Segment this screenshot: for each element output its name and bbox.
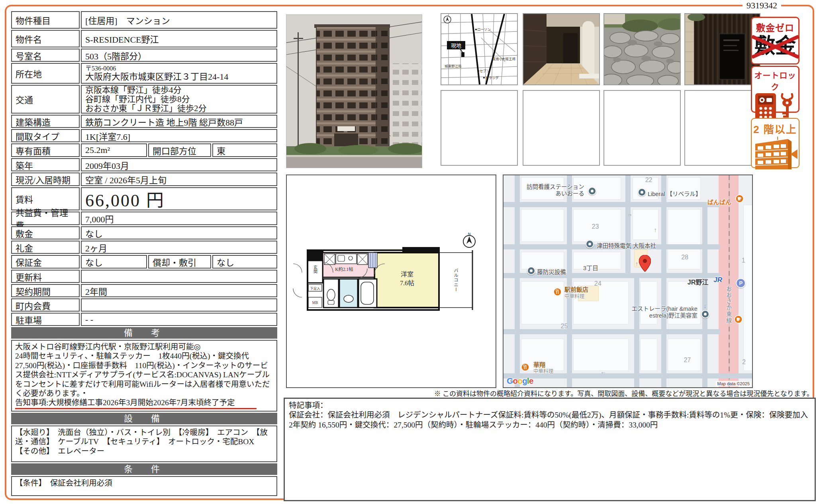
empty-photo-frame — [684, 90, 760, 166]
empty-photo-frame — [441, 90, 518, 166]
row-value: 〒536-0006 大阪府大阪市城東区野江３丁目24-14 — [81, 63, 277, 84]
row-value: 京阪本線「野江」徒歩4分 谷町線「野江内代」徒歩8分 おおさか東「ＪＲ野江」徒歩… — [81, 85, 277, 114]
address-text: 大阪府大阪市城東区野江３丁目24-14 — [85, 72, 228, 82]
restaurant-genre: 中華料理 — [564, 294, 584, 299]
upper-floor-building-icon — [753, 136, 797, 169]
balcony-label: バルコニー — [453, 268, 458, 292]
building-photo-graphic — [286, 15, 422, 168]
block-number: 27 — [684, 357, 691, 364]
poi-label-kasho: 華翔 中華料理 — [533, 362, 553, 374]
row-label: 所在地 — [11, 63, 80, 84]
table-row: 礼金2ヶ月 — [11, 241, 277, 254]
row-value: 鉄筋コンクリート造 地上9階 総戸数88戸 — [81, 115, 277, 128]
row-label: 物件種目 — [11, 11, 80, 29]
badge-upper-floor: 2 階以上 — [751, 118, 799, 168]
remarks-notice: 告知事項:大規模修繕工事2026年3月開始2026年7月末頃終了予定 — [15, 398, 257, 409]
conditions-text: 【条件】 保証会社利用必須 — [11, 476, 277, 496]
table-row: 敷金なし — [11, 226, 277, 239]
sketch-label-post: 城東野江局 — [445, 64, 462, 68]
table-row: 物件種目[住居用] マンション — [11, 11, 277, 29]
row-label: 専有面積 — [11, 143, 80, 157]
jr-logo: JR — [713, 276, 722, 284]
conditions-header: 条 件 — [11, 463, 277, 475]
table-row: 町内会費 — [11, 298, 277, 312]
poi-kango-line2: あいおーる — [555, 190, 584, 197]
table-row: 建築構造鉄筋コンクリート造 地上9階 総戸数88戸 — [11, 115, 277, 128]
row-label: 号室名 — [11, 49, 80, 62]
poi-label-estrela: エストレーラ(hair &make estrela)野江美容室 — [573, 306, 698, 319]
entrance-photo-graphic — [523, 14, 599, 84]
row-value: 1K[洋室7.6] — [81, 129, 277, 142]
row-label: 共益費・管理費 — [11, 212, 80, 225]
row-value: 2年間 — [81, 284, 277, 297]
remarks-line1: 大阪メトロ谷町線野江内代駅・京阪野江駅利用可能◎ — [15, 342, 273, 351]
poi-pin — [586, 240, 594, 248]
property-listing-sheet: 9319342 物件種目[住居用] マンション 物件名S-RESIDENCE野江… — [0, 0, 819, 504]
row-label: 駐車場 — [11, 313, 80, 326]
station-label-jr-noe: JR野江 — [688, 277, 708, 286]
empty-photo-frame — [603, 90, 681, 166]
sketch-map-graphic: 現地 ローソン 成育小 大阪王将 セブン ドラッグ 城東野江局 — [441, 14, 517, 84]
restaurant-name: 華翔 — [533, 361, 545, 368]
room-label: 洋室 — [401, 271, 413, 278]
notes-body: 保証会社：保証会社利用必須 レジデンシャルパートナーズ保証料:賃料等の50%(最… — [289, 410, 811, 430]
row-value: 7,000円 — [81, 212, 277, 225]
table-row: 駐車場- - — [11, 313, 277, 326]
row-label: 町内会費 — [11, 298, 80, 312]
row-label: 間取タイプ — [11, 129, 80, 142]
row-value: なし — [81, 226, 277, 239]
poi-label-tsuda: 津田特殊電気 大阪本社 — [597, 241, 656, 249]
salon-name-line2: estrela)野江美容室 — [649, 312, 698, 319]
poi-label-ekimae: 駅前飯店 中華料理 — [564, 286, 588, 299]
special-notes-box: 特記事項： 保証会社：保証会社利用必須 レジデンシャルパートナーズ保証料:賃料等… — [284, 398, 816, 501]
dark-facade-photo-thumb — [684, 13, 760, 85]
poi-pin — [527, 267, 535, 275]
notes-title: 特記事項： — [289, 401, 811, 410]
row-label: 契約期間 — [11, 284, 80, 297]
row-label: 交通 — [11, 85, 80, 114]
property-table: 物件種目[住居用] マンション 物件名S-RESIDENCE野江 号室名503（… — [11, 11, 277, 496]
remarks-header: 備 考 — [11, 327, 277, 339]
sketch-label-drug: ドラッグ — [485, 76, 499, 80]
sketch-label-school: 成育小 — [492, 57, 503, 61]
remarks-text: 大阪メトロ谷町線野江内代駅・京阪野江駅利用可能◎ 24時間セキュリティ、・駐輪ス… — [11, 340, 277, 412]
poi-label-liberal: Liberal 【リベラル】 — [648, 189, 701, 198]
row-label: 現況/入居時期 — [11, 173, 80, 186]
mb-label: MB — [312, 301, 318, 305]
block-number: 28 — [681, 254, 688, 261]
district-label-chome: 3丁目 — [583, 263, 598, 272]
table-row: 所在地 〒536-0006 大阪府大阪市城東区野江３丁目24-14 — [11, 63, 277, 84]
equipment-text: 【水廻り】 洗面台（独立）・バス・トイレ別 【冷暖房】 エアコン 【放送・通信】… — [11, 426, 277, 462]
block-number: 2 — [742, 359, 746, 366]
table-row: 更新料 — [11, 270, 277, 283]
kitchen-label: K約2.1帖 — [335, 267, 353, 272]
shoebox-label: 下足入 — [310, 286, 320, 290]
sketch-label-seven: セブン — [480, 69, 490, 73]
equipment-header: 設 備 — [11, 413, 277, 424]
row-value: 空室 / 2026年5月上旬 — [81, 173, 277, 186]
poi-pin — [701, 310, 709, 318]
road-arrow: ← — [600, 368, 606, 375]
google-letter: o — [517, 376, 522, 385]
row-label: 礼金 — [11, 241, 80, 254]
floorplan-box: N バルコニー 洋室 7.6帖 K約2.1帖 — [286, 175, 496, 388]
google-logo: Google — [507, 376, 533, 386]
poi-label-kango: 訪問看護ステーション あいおーる — [506, 184, 584, 197]
row-value: [住居用] マンション — [81, 11, 277, 29]
poi-kango-line1: 訪問看護ステーション — [527, 184, 584, 190]
entrance-photo-thumb — [523, 13, 600, 85]
restaurant-icon — [553, 288, 562, 296]
postal-code: 〒536-0006 — [85, 65, 116, 72]
table-row: 専有面積 25.2m² 開口部方位 東 — [11, 143, 277, 157]
floorplan-graphic: N バルコニー 洋室 7.6帖 K約2.1帖 — [287, 175, 494, 386]
google-letter: o — [513, 376, 517, 385]
svg-text:N: N — [468, 232, 471, 236]
walkway-photo-thumb — [603, 13, 681, 85]
row-label: 更新料 — [11, 270, 80, 283]
row-label: 保証金 — [11, 255, 80, 269]
poi-pin — [638, 188, 646, 196]
road-arrow: ↑ — [654, 226, 657, 233]
sketch-site-label: 現地 — [451, 43, 461, 49]
access-sketch-map-thumb: 現地 ローソン 成育小 大阪王将 セブン ドラッグ 城東野江局 — [441, 13, 518, 85]
table-row: 契約期間2年間 — [11, 284, 277, 297]
